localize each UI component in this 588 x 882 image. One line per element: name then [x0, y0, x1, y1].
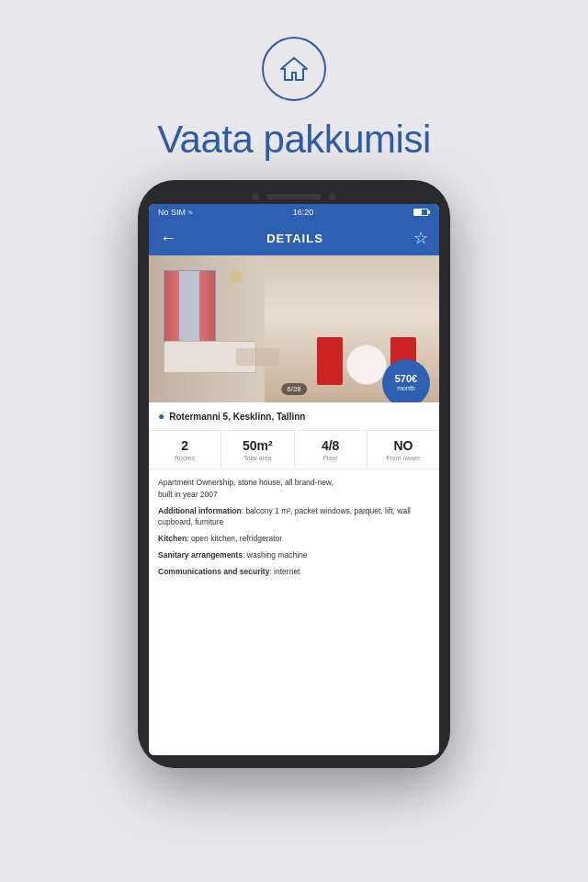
label-sanitary: Sanitary arrangements: [158, 550, 243, 560]
status-bar: No SIM ≈ 16:20: [149, 204, 439, 220]
stat-area: 50m² Total area: [221, 431, 294, 469]
status-left: No SIM ≈: [158, 208, 193, 217]
stat-owner: NO From owner: [368, 431, 439, 469]
label-comms: Communications and security: [158, 567, 269, 576]
stat-owner-label: From owner: [386, 455, 420, 461]
price-value: 570€: [395, 373, 417, 385]
phone-camera-2: [329, 193, 336, 200]
home-icon-circle: [262, 37, 326, 101]
phone-frame: No SIM ≈ 16:20 ← DETAILS ☆: [138, 180, 450, 768]
desc-additional: Additional information: balcony 1 m², pa…: [158, 505, 430, 529]
stat-area-value: 50m²: [243, 438, 273, 453]
stat-floor-value: 4/8: [322, 438, 339, 453]
stat-floor: 4/8 Floor: [295, 431, 368, 469]
property-image[interactable]: 6/28 570€ month: [149, 255, 439, 402]
label-additional: Additional information: [158, 506, 242, 515]
status-time: 16:20: [293, 208, 314, 217]
desc-intro: Apartment Ownership, stone house, all br…: [158, 477, 430, 501]
stat-floor-label: Floor: [323, 455, 338, 461]
location-icon: ●: [158, 410, 164, 423]
desc-sanitary: Sanitary arrangements: washing machine: [158, 549, 430, 561]
phone-screen: No SIM ≈ 16:20 ← DETAILS ☆: [149, 204, 439, 755]
phone-speaker: [266, 194, 322, 199]
desc-comms: Communications and security: internet: [158, 566, 430, 578]
carrier-text: No SIM: [158, 208, 186, 217]
favorite-button[interactable]: ☆: [413, 228, 428, 248]
price-badge: 570€ month: [382, 359, 430, 402]
price-month: month: [397, 385, 414, 392]
nav-title: DETAILS: [266, 232, 323, 245]
text-comms: : internet: [269, 567, 300, 576]
label-kitchen: Kitchen: [158, 534, 187, 543]
dining-table: [346, 345, 387, 385]
stat-area-label: Total area: [243, 455, 272, 461]
coffee-table: [236, 348, 279, 366]
address-bar: ● Rotermanni 5, Kesklinn, Tallinn: [149, 402, 439, 431]
image-counter[interactable]: 6/28: [281, 383, 307, 395]
wifi-icon: ≈: [188, 208, 193, 217]
desc-line2: built in year 2007: [158, 490, 218, 499]
stat-rooms-value: 2: [181, 438, 188, 453]
nav-bar: ← DETAILS ☆: [149, 220, 439, 255]
desc-line1: Apartment Ownership, stone house, all br…: [158, 478, 334, 487]
back-button[interactable]: ←: [160, 229, 176, 248]
phone-top-bar: [149, 193, 439, 200]
chair-1: [317, 337, 343, 385]
stat-owner-value: NO: [393, 438, 413, 453]
app-title: Vaata pakkumisi: [157, 118, 431, 162]
status-right: [413, 209, 430, 216]
phone-camera: [252, 193, 259, 200]
stats-row: 2 Rooms 50m² Total area 4/8 Floor NO Fro…: [149, 431, 439, 469]
desc-kitchen: Kitchen: open kitchen, refridgerator: [158, 533, 430, 545]
description: Apartment Ownership, stone house, all br…: [149, 469, 439, 755]
address-text: Rotermanni 5, Kesklinn, Tallinn: [169, 412, 305, 422]
text-kitchen: : open kitchen, refridgerator: [187, 534, 282, 543]
battery-icon: [413, 209, 430, 216]
top-section: Vaata pakkumisi: [157, 0, 431, 180]
stat-rooms-label: Rooms: [175, 455, 195, 461]
text-sanitary: : washing machine: [243, 550, 307, 560]
stat-rooms: 2 Rooms: [149, 431, 221, 469]
